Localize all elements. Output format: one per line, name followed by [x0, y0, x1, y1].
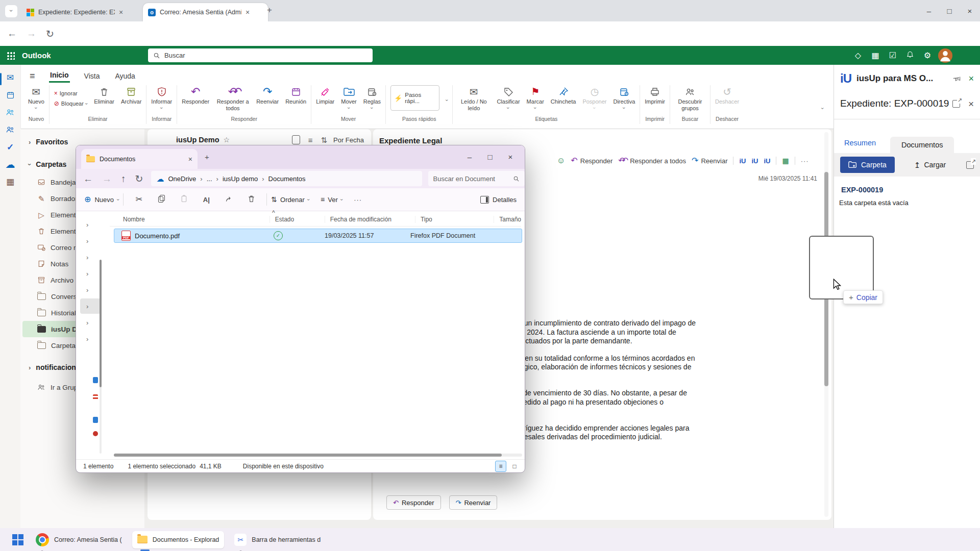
hscrollbar-thumb[interactable]	[114, 454, 502, 457]
maximize-window-icon[interactable]: □	[480, 153, 500, 161]
column-fecha[interactable]: Fecha de modificación	[325, 216, 415, 223]
nuevo-button[interactable]: ⊕ Nuevo ›	[84, 195, 119, 204]
taskbar-item-chrome[interactable]: Correo: Amesia Sentia (	[31, 531, 127, 548]
explorer-search-box[interactable]: Buscar en Document	[428, 171, 525, 186]
close-tab-icon[interactable]: ×	[188, 156, 192, 163]
rail-calendar-icon[interactable]	[0, 86, 20, 104]
explorer-titlebar[interactable]: Documentos × + – □ ×	[76, 145, 525, 169]
close-window-icon[interactable]: ×	[500, 153, 521, 161]
close-tab-icon[interactable]: ×	[119, 8, 123, 16]
minimize-window-icon[interactable]: –	[919, 7, 939, 15]
favorite-star-icon[interactable]: ☆	[224, 136, 230, 143]
close-expediente-icon[interactable]: ×	[968, 99, 974, 109]
bloquear-button[interactable]: ⊘Bloquear›	[54, 98, 87, 109]
responder-button[interactable]: ↶Responder	[182, 85, 209, 105]
ver-button[interactable]: ≡ Ver ›	[321, 196, 342, 204]
taskbar-item-snipping[interactable]: ✂ Barra de herramientas d	[229, 531, 326, 548]
tree-expand-icon[interactable]: ›	[86, 286, 88, 294]
nuevo-button[interactable]: ✉Nuevo›	[28, 85, 44, 111]
paste-icon[interactable]	[173, 194, 195, 205]
account-avatar[interactable]	[938, 48, 952, 63]
close-addin-icon[interactable]: ×	[968, 74, 974, 83]
open-documents-external-icon[interactable]	[966, 161, 974, 169]
copy-icon[interactable]	[150, 195, 173, 205]
forward-icon[interactable]: →	[27, 28, 36, 39]
column-nombre[interactable]: Nombre	[123, 216, 270, 223]
crumb-documentos[interactable]: Documentos	[268, 175, 306, 183]
quick-reenviar-button[interactable]: ↷Reenviar	[449, 495, 498, 510]
browser-tab-correo[interactable]: o Correo: Amesia Sentia (Admin) ×	[143, 3, 268, 21]
carpeta-button[interactable]: Carpeta	[840, 157, 895, 173]
details-view-icon[interactable]: ≡	[495, 461, 506, 472]
more-commands-icon[interactable]: ···	[354, 196, 362, 204]
collapse-ribbon-icon[interactable]: ›	[820, 108, 825, 109]
cargar-button[interactable]: ↥ Cargar	[914, 161, 946, 169]
reading-scrollbar-track[interactable]	[824, 132, 828, 517]
reenviar-link[interactable]: ↷Reenviar	[692, 157, 727, 165]
leido-button[interactable]: ✉Leído / No leído	[457, 85, 490, 111]
chevron-down-icon[interactable]: ›	[444, 99, 450, 101]
ignorar-button[interactable]: ×Ignorar	[54, 88, 87, 98]
rail-onedrive-icon[interactable]: ☁	[0, 156, 20, 173]
up-icon[interactable]: ↑	[121, 174, 126, 184]
limpiar-button[interactable]: Limpiar	[316, 85, 334, 105]
close-tab-icon[interactable]: ×	[246, 8, 250, 16]
tab-ayuda[interactable]: Ayuda	[114, 70, 136, 82]
directiva-button[interactable]: Directiva›	[613, 85, 635, 111]
outlook-search-bar[interactable]: Buscar	[148, 48, 373, 62]
tree-expand-icon[interactable]: ›	[86, 254, 88, 261]
rail-todo-icon[interactable]: ✓	[0, 138, 20, 156]
tab-resumen[interactable]: Resumen	[844, 139, 876, 151]
filter-icon[interactable]: ≡	[308, 136, 313, 144]
breadcrumb[interactable]: ☁ OneDrive › ... › iusUp demo › Document…	[151, 171, 422, 186]
apps-grid-icon[interactable]: ▦	[782, 157, 789, 164]
premium-icon[interactable]: ◇	[849, 51, 867, 60]
more-actions-icon[interactable]: ···	[801, 157, 809, 165]
marcar-button[interactable]: ⚑Marcar›	[527, 85, 544, 111]
apps-icon[interactable]: ▦	[867, 51, 884, 60]
column-estado[interactable]: Estado	[270, 216, 325, 223]
taskbar-item-explorer[interactable]: Documentos - Explorad	[132, 531, 225, 548]
column-tamano[interactable]: Tamaño	[494, 216, 521, 223]
mover-button[interactable]: Mover›	[341, 85, 357, 111]
explorer-window[interactable]: Documentos × + – □ × ← → ↑ ↻ ☁ OneDrive …	[76, 145, 525, 473]
app-launcher-icon[interactable]	[7, 52, 15, 60]
eliminar-button[interactable]: Eliminar	[94, 85, 114, 105]
select-messages-icon[interactable]	[292, 135, 300, 144]
thumbnail-view-icon[interactable]: □	[509, 461, 520, 471]
tab-search-button[interactable]: ›	[5, 5, 17, 17]
responder-todos-button[interactable]: ↶↶Responder a todos	[216, 85, 250, 111]
pasos-rapidos-box[interactable]: ⚡ Pasos rápi...	[390, 85, 439, 111]
ordenar-button[interactable]: ⇅ Ordenar ›	[271, 196, 309, 204]
refresh-icon[interactable]: ↻	[135, 174, 143, 184]
back-icon[interactable]: ←	[83, 174, 93, 184]
tasks-icon[interactable]: ☑	[884, 51, 901, 60]
crumb-ellipsis[interactable]: ...	[207, 175, 212, 183]
explorer-tab[interactable]: Documentos ×	[81, 149, 198, 169]
tree-expand-icon[interactable]: ›	[86, 319, 88, 327]
sort-icon[interactable]: ⇅	[321, 136, 327, 144]
new-tab-icon[interactable]: +	[205, 153, 209, 161]
forward-icon[interactable]: →	[102, 174, 112, 184]
delete-icon[interactable]	[240, 194, 262, 205]
reenviar-button[interactable]: ↷Reenviar	[256, 85, 279, 105]
imprimir-button[interactable]: Imprimir	[645, 85, 665, 105]
clasificar-button[interactable]: Clasificar›	[497, 85, 520, 111]
reglas-button[interactable]: Reglas›	[363, 85, 381, 111]
posponer-button[interactable]: ◷Posponer›	[582, 85, 606, 111]
minimize-window-icon[interactable]: –	[459, 153, 480, 161]
back-icon[interactable]: ←	[7, 28, 17, 39]
responder-todos-link[interactable]: ↶↶Responder a todos	[618, 157, 686, 165]
tree-expand-icon[interactable]: ›	[86, 221, 88, 229]
nav-scrollbar-thumb[interactable]	[100, 260, 102, 387]
chincheta-button[interactable]: Chincheta	[551, 85, 576, 105]
descubrir-grupos-button[interactable]: Descubrir grupos	[675, 85, 705, 111]
detalles-button[interactable]: Detalles	[480, 196, 517, 204]
outlook-brand[interactable]: Outlook	[22, 51, 51, 60]
nav-scrollbar-track[interactable]	[100, 260, 102, 454]
settings-gear-icon[interactable]: ⚙	[919, 51, 936, 60]
expediente-folder-name[interactable]: EXP-000019	[834, 177, 980, 194]
quick-responder-button[interactable]: ↶Responder	[386, 495, 441, 510]
tab-inicio[interactable]: Inicio	[49, 69, 70, 83]
tree-expand-icon[interactable]: ›	[86, 335, 88, 343]
